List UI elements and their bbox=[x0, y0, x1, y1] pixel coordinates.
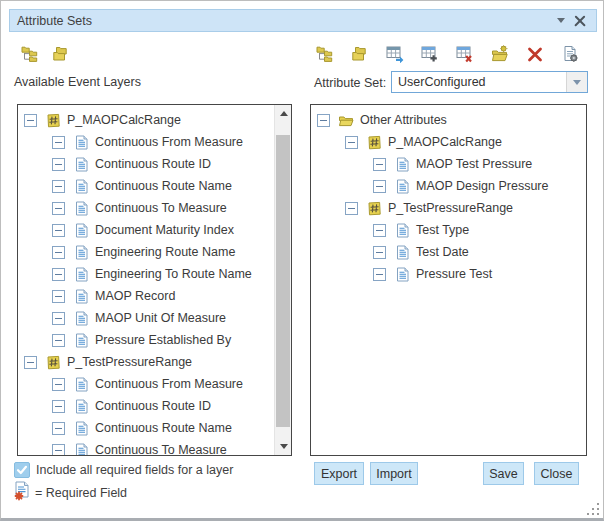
collapse-toggle-icon[interactable] bbox=[24, 114, 37, 127]
tree-row[interactable]: Pressure Test bbox=[311, 263, 586, 285]
collapse-toggle-icon[interactable] bbox=[52, 334, 65, 347]
tree-node-label: Pressure Established By bbox=[95, 333, 231, 347]
collapse-toggle-icon[interactable] bbox=[52, 136, 65, 149]
available-event-layers-label: Available Event Layers bbox=[14, 75, 141, 89]
collapse-toggle-icon[interactable] bbox=[345, 202, 358, 215]
field-icon bbox=[394, 222, 410, 238]
collapse-toggle-icon[interactable] bbox=[52, 158, 65, 171]
tree-node-label: Pressure Test bbox=[416, 267, 492, 281]
tree-node-label: P_MAOPCalcRange bbox=[67, 113, 181, 127]
collapse-toggle-icon[interactable] bbox=[24, 356, 37, 369]
collapse-toggle-icon[interactable] bbox=[373, 268, 386, 281]
collapse-toggle-icon[interactable] bbox=[345, 136, 358, 149]
vertical-scrollbar[interactable] bbox=[274, 105, 291, 455]
resize-grip[interactable] bbox=[587, 503, 600, 516]
tree-node-label: Continuous Route Name bbox=[95, 421, 232, 435]
include-required-fields-checkbox[interactable] bbox=[14, 462, 30, 478]
right-toolbar bbox=[316, 45, 579, 63]
tree-node-label: MAOP Test Pressure bbox=[416, 157, 532, 171]
attribute-set-tree: Other Attributes P_MAOPCalcRange MAOP Te… bbox=[311, 105, 586, 455]
tree-row[interactable]: P_TestPressureRange bbox=[311, 197, 586, 219]
tree-row[interactable]: P_MAOPCalcRange bbox=[311, 131, 586, 153]
tree-row[interactable]: MAOP Unit Of Measure bbox=[18, 307, 274, 329]
required-field-icon bbox=[13, 481, 31, 501]
field-icon bbox=[73, 442, 89, 455]
field-icon bbox=[73, 332, 89, 348]
layer-folder-tree-icon[interactable] bbox=[21, 45, 39, 63]
collapse-caret-icon[interactable] bbox=[557, 18, 565, 23]
tree-row[interactable]: Continuous Route Name bbox=[18, 175, 274, 197]
tree-node-label: MAOP Unit Of Measure bbox=[95, 311, 226, 325]
table-add-icon[interactable] bbox=[421, 45, 439, 63]
tree-row[interactable]: Continuous From Measure bbox=[18, 373, 274, 395]
collapse-toggle-icon[interactable] bbox=[373, 246, 386, 259]
tree-row[interactable]: Test Date bbox=[311, 241, 586, 263]
tree-node-label: Engineering To Route Name bbox=[95, 267, 252, 281]
collapse-toggle-icon[interactable] bbox=[373, 158, 386, 171]
collapse-toggle-icon[interactable] bbox=[373, 180, 386, 193]
event-layer-icon bbox=[45, 354, 61, 370]
tree-row[interactable]: Test Type bbox=[311, 219, 586, 241]
attribute-set-label: Attribute Set: bbox=[314, 76, 386, 90]
folder-new-icon[interactable] bbox=[491, 45, 509, 63]
close-button[interactable]: Close bbox=[534, 462, 579, 485]
title-bar[interactable]: Attribute Sets bbox=[9, 9, 597, 32]
tree-row[interactable]: Continuous From Measure bbox=[18, 131, 274, 153]
collapse-toggle-icon[interactable] bbox=[52, 224, 65, 237]
tree-row[interactable]: Engineering Route Name bbox=[18, 241, 274, 263]
tree-row[interactable]: P_TestPressureRange bbox=[18, 351, 274, 373]
tree-row[interactable]: Pressure Established By bbox=[18, 329, 274, 351]
tree-row[interactable]: Other Attributes bbox=[311, 109, 586, 131]
tree-node-label: Continuous Route Name bbox=[95, 179, 232, 193]
tree-node-label: Continuous To Measure bbox=[95, 201, 227, 215]
collapse-toggle-icon[interactable] bbox=[52, 378, 65, 391]
tree-node-label: Continuous From Measure bbox=[95, 377, 243, 391]
tree-row[interactable]: MAOP Test Pressure bbox=[311, 153, 586, 175]
tree-node-label: P_TestPressureRange bbox=[388, 201, 513, 215]
collapse-toggle-icon[interactable] bbox=[52, 180, 65, 193]
tree-row[interactable]: Continuous To Measure bbox=[18, 197, 274, 219]
collapse-toggle-icon[interactable] bbox=[52, 246, 65, 259]
table-export-icon[interactable] bbox=[386, 45, 404, 63]
tree-row[interactable]: Document Maturity Index bbox=[18, 219, 274, 241]
save-button[interactable]: Save bbox=[483, 462, 524, 485]
tree-row[interactable]: Engineering To Route Name bbox=[18, 263, 274, 285]
tree-row[interactable]: Continuous To Measure bbox=[18, 439, 274, 455]
scroll-down-icon[interactable] bbox=[275, 438, 292, 455]
collapse-toggle-icon[interactable] bbox=[52, 312, 65, 325]
import-button[interactable]: Import bbox=[370, 462, 418, 485]
tree-row[interactable]: MAOP Design Pressure bbox=[311, 175, 586, 197]
tree-row[interactable]: MAOP Record bbox=[18, 285, 274, 307]
tree-row[interactable]: P_MAOPCalcRange bbox=[18, 109, 274, 131]
collapse-toggle-icon[interactable] bbox=[52, 268, 65, 281]
dropdown-button[interactable] bbox=[566, 72, 587, 92]
event-layer-icon bbox=[366, 134, 382, 150]
export-button[interactable]: Export bbox=[314, 462, 364, 485]
folders-icon[interactable] bbox=[52, 45, 70, 63]
collapse-toggle-icon[interactable] bbox=[52, 444, 65, 456]
tree-node-label: Continuous From Measure bbox=[95, 135, 243, 149]
collapse-toggle-icon[interactable] bbox=[373, 224, 386, 237]
collapse-toggle-icon[interactable] bbox=[52, 422, 65, 435]
attribute-set-dropdown[interactable]: UserConfigured bbox=[391, 71, 588, 93]
close-icon[interactable] bbox=[574, 15, 586, 27]
delete-x-icon[interactable] bbox=[526, 45, 544, 63]
scrollbar-thumb[interactable] bbox=[276, 135, 290, 427]
scroll-up-icon[interactable] bbox=[275, 105, 292, 122]
report-settings-icon[interactable] bbox=[561, 45, 579, 63]
layer-folder-tree-icon[interactable] bbox=[316, 45, 334, 63]
collapse-toggle-icon[interactable] bbox=[52, 202, 65, 215]
collapse-toggle-icon[interactable] bbox=[52, 290, 65, 303]
tree-row[interactable]: Continuous Route Name bbox=[18, 417, 274, 439]
tree-row[interactable]: Continuous Route ID bbox=[18, 153, 274, 175]
available-layers-tree: P_MAOPCalcRange Continuous From Measure … bbox=[18, 105, 274, 455]
folders-icon[interactable] bbox=[351, 45, 369, 63]
field-icon bbox=[73, 376, 89, 392]
field-icon bbox=[394, 266, 410, 282]
collapse-toggle-icon[interactable] bbox=[317, 114, 330, 127]
field-icon bbox=[73, 134, 89, 150]
collapse-toggle-icon[interactable] bbox=[52, 400, 65, 413]
field-icon bbox=[394, 156, 410, 172]
tree-row[interactable]: Continuous Route ID bbox=[18, 395, 274, 417]
table-delete-icon[interactable] bbox=[456, 45, 474, 63]
